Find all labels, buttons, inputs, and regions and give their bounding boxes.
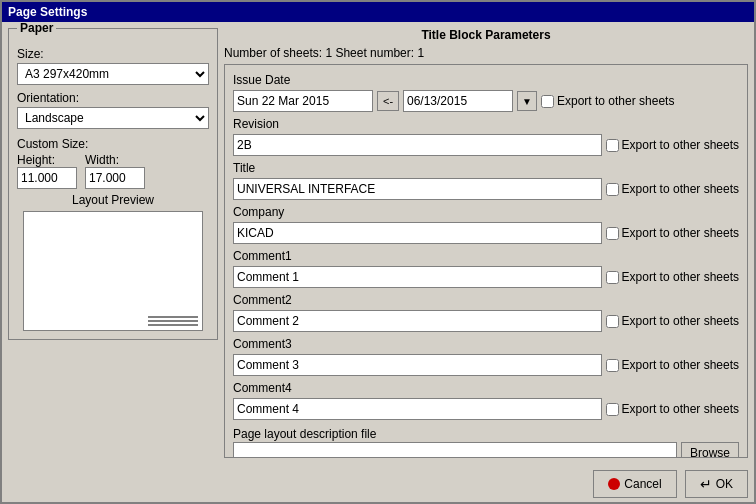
revision-input-row: Export to other sheets (233, 134, 739, 156)
title-bar: Page Settings (2, 2, 754, 22)
paper-group-title: Paper (17, 22, 56, 35)
company-row: Company Export to other sheets (233, 205, 739, 244)
cancel-label: Cancel (624, 477, 661, 491)
export-checkbox-4[interactable]: Export to other sheets (606, 226, 739, 240)
paper-group: Paper Size: A3 297x420mm Orientation: La… (8, 28, 218, 340)
comment4-input[interactable] (233, 398, 602, 420)
revision-label: Revision (233, 117, 739, 131)
browse-button[interactable]: Browse (681, 442, 739, 458)
width-label: Width: (85, 153, 145, 167)
export-cb-6[interactable] (606, 315, 619, 328)
company-input[interactable] (233, 222, 602, 244)
page-layout-label: Page layout description file (233, 427, 739, 441)
comment1-input-row: Export to other sheets (233, 266, 739, 288)
export-checkbox-1[interactable]: Export to other sheets (541, 94, 674, 108)
export-cb-3[interactable] (606, 183, 619, 196)
export-checkbox-2[interactable]: Export to other sheets (606, 138, 739, 152)
preview-lines (148, 316, 198, 326)
page-layout-row: Page layout description file Browse (233, 427, 739, 458)
export-checkbox-7[interactable]: Export to other sheets (606, 358, 739, 372)
date-picker-input[interactable] (403, 90, 513, 112)
size-select[interactable]: A3 297x420mm (17, 63, 209, 85)
title-input[interactable] (233, 178, 602, 200)
comment3-input[interactable] (233, 354, 602, 376)
sheets-info: Number of sheets: 1 Sheet number: 1 (224, 46, 748, 60)
ok-button[interactable]: ↵ OK (685, 470, 748, 498)
company-label: Company (233, 205, 739, 219)
export-cb-2[interactable] (606, 139, 619, 152)
comment3-row: Comment3 Export to other sheets (233, 337, 739, 376)
export-checkbox-6[interactable]: Export to other sheets (606, 314, 739, 328)
page-settings-window: Page Settings Paper Size: A3 297x420mm O… (0, 0, 756, 504)
export-checkbox-5[interactable]: Export to other sheets (606, 270, 739, 284)
title-block-group: Issue Date <- ▼ Export to other sheets (224, 64, 748, 458)
layout-preview-box (23, 211, 203, 331)
right-wrapper: Title Block Parameters Number of sheets:… (224, 28, 748, 458)
orientation-label: Orientation: (17, 91, 79, 105)
date-row: <- ▼ Export to other sheets (233, 90, 739, 112)
issue-date-label: Issue Date (233, 73, 739, 87)
export-cb-8[interactable] (606, 403, 619, 416)
revision-input[interactable] (233, 134, 602, 156)
title-field-label: Title (233, 161, 739, 175)
issue-date-input[interactable] (233, 90, 373, 112)
comment1-label: Comment1 (233, 249, 739, 263)
revision-row: Revision Export to other sheets (233, 117, 739, 156)
comment1-row: Comment1 Export to other sheets (233, 249, 739, 288)
date-dropdown-btn[interactable]: ▼ (517, 91, 537, 111)
export-cb-1[interactable] (541, 95, 554, 108)
comment4-row: Comment4 Export to other sheets (233, 381, 739, 420)
footer-buttons: Cancel ↵ OK (2, 464, 754, 502)
window-title: Page Settings (8, 5, 87, 19)
preview-line-1 (148, 316, 198, 318)
cancel-icon (608, 478, 620, 490)
ok-icon: ↵ (700, 476, 712, 492)
comment4-label: Comment4 (233, 381, 739, 395)
issue-date-row: Issue Date <- ▼ Export to other sheets (233, 73, 739, 112)
left-panel: Paper Size: A3 297x420mm Orientation: La… (8, 28, 218, 458)
width-input[interactable] (85, 167, 145, 189)
comment2-label: Comment2 (233, 293, 739, 307)
comment2-input[interactable] (233, 310, 602, 332)
comment3-label: Comment3 (233, 337, 739, 351)
export-cb-5[interactable] (606, 271, 619, 284)
ok-label: OK (716, 477, 733, 491)
preview-line-2 (148, 320, 198, 322)
layout-preview-label: Layout Preview (17, 193, 209, 207)
comment2-input-row: Export to other sheets (233, 310, 739, 332)
browse-input-row: Browse (233, 442, 739, 458)
export-cb-4[interactable] (606, 227, 619, 240)
title-input-row: Export to other sheets (233, 178, 739, 200)
export-checkbox-8[interactable]: Export to other sheets (606, 402, 739, 416)
comment4-input-row: Export to other sheets (233, 398, 739, 420)
title-row: Title Export to other sheets (233, 161, 739, 200)
arrow-button[interactable]: <- (377, 91, 399, 111)
comment2-row: Comment2 Export to other sheets (233, 293, 739, 332)
comment3-input-row: Export to other sheets (233, 354, 739, 376)
cancel-button[interactable]: Cancel (593, 470, 676, 498)
page-layout-input[interactable] (233, 442, 677, 458)
height-input[interactable] (17, 167, 77, 189)
preview-line-3 (148, 324, 198, 326)
export-cb-7[interactable] (606, 359, 619, 372)
size-label: Size: (17, 47, 44, 61)
custom-size-label: Custom Size: (17, 137, 88, 151)
export-checkbox-3[interactable]: Export to other sheets (606, 182, 739, 196)
orientation-select[interactable]: Landscape (17, 107, 209, 129)
company-input-row: Export to other sheets (233, 222, 739, 244)
title-block-header: Title Block Parameters (224, 28, 748, 42)
comment1-input[interactable] (233, 266, 602, 288)
height-label: Height: (17, 153, 77, 167)
